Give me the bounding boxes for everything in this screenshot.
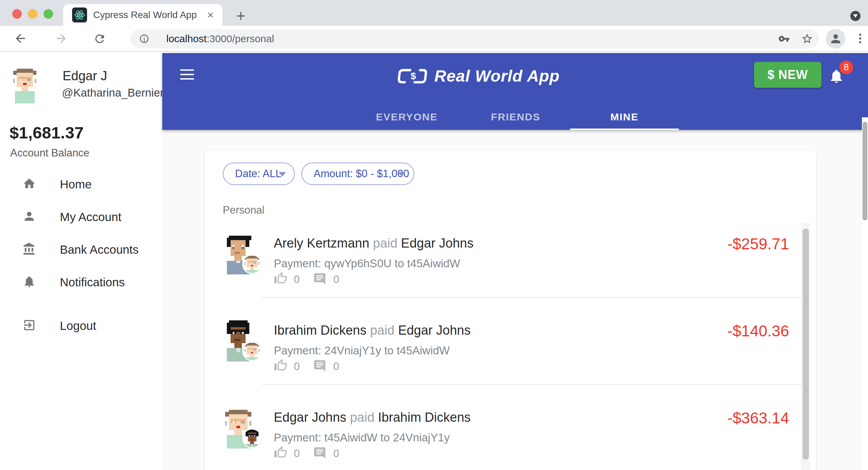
page-scrollbar-thumb[interactable] bbox=[863, 122, 867, 220]
transaction-row[interactable]: Ibrahim Dickens paid Edgar Johns Payment… bbox=[205, 312, 801, 385]
comment-count: 0 bbox=[333, 448, 339, 460]
bell-icon bbox=[22, 275, 36, 288]
logout-icon bbox=[22, 318, 36, 332]
browser-profile-avatar[interactable] bbox=[826, 29, 846, 49]
window-close-button[interactable] bbox=[12, 9, 22, 19]
account-balance-value: $1,681.37 bbox=[10, 123, 84, 142]
transaction-row[interactable]: Arely Kertzmann paid Edgar Johns Payment… bbox=[205, 224, 801, 298]
person-icon bbox=[22, 209, 36, 223]
window-minimize-button[interactable] bbox=[28, 9, 37, 19]
amount-filter-label: Amount: $0 - $1,000 bbox=[314, 163, 409, 184]
chevron-down-icon bbox=[853, 14, 858, 18]
site-info-icon[interactable] bbox=[139, 34, 149, 44]
date-filter-label: Date: ALL bbox=[235, 163, 281, 184]
transaction-amount: -$140.36 bbox=[677, 322, 789, 340]
sidebar-item-logout[interactable]: Logout bbox=[0, 318, 162, 346]
active-tab-indicator bbox=[570, 129, 679, 130]
tab-friends[interactable]: FRIENDS bbox=[461, 106, 570, 128]
browser-toolbar: localhost:3000/personal bbox=[0, 26, 868, 52]
transaction-description: Payment: t45AiwidW to 24VniajY1y bbox=[274, 431, 450, 444]
transaction-description: Payment: qywYp6hS0U to t45AiwidW bbox=[274, 257, 460, 270]
person-icon bbox=[829, 32, 842, 46]
like-count: 0 bbox=[294, 273, 300, 286]
address-bar[interactable]: localhost:3000/personal bbox=[130, 29, 819, 48]
new-transaction-button[interactable]: $ NEW bbox=[754, 62, 821, 88]
receiver-avatar[interactable] bbox=[242, 341, 262, 361]
tab-title: Cypress Real World App bbox=[93, 4, 197, 26]
row-divider bbox=[262, 297, 801, 298]
reload-button[interactable] bbox=[93, 32, 106, 45]
comment-button-icon[interactable] bbox=[313, 446, 327, 460]
transaction-title: Ibrahim Dickens paid Edgar Johns bbox=[274, 323, 471, 338]
url-path: :3000/personal bbox=[206, 33, 274, 44]
sidebar-item-label: Bank Accounts bbox=[60, 243, 139, 256]
chevron-down-icon bbox=[279, 172, 286, 177]
forward-button[interactable] bbox=[54, 32, 68, 45]
transactions-group-label: Personal bbox=[223, 204, 264, 216]
list-scrollbar-thumb[interactable] bbox=[803, 229, 809, 460]
new-tab-button[interactable] bbox=[234, 9, 248, 23]
url-host: localhost bbox=[166, 33, 206, 44]
comment-button-icon[interactable] bbox=[313, 272, 327, 286]
tab-mine[interactable]: MINE bbox=[570, 106, 679, 128]
sidebar-item-bank-accounts[interactable]: Bank Accounts bbox=[0, 242, 162, 269]
tab-everyone[interactable]: EVERYONE bbox=[352, 106, 461, 128]
like-button-icon[interactable] bbox=[274, 271, 287, 285]
comment-count: 0 bbox=[333, 360, 339, 373]
like-button-icon[interactable] bbox=[274, 446, 287, 459]
sidebar: Edgar J @Katharina_Bernier $1,681.37 Acc… bbox=[0, 53, 162, 470]
comment-count: 0 bbox=[333, 273, 339, 286]
transaction-amount: -$259.71 bbox=[677, 235, 789, 253]
back-button[interactable] bbox=[14, 32, 27, 45]
transaction-title: Arely Kertzmann paid Edgar Johns bbox=[274, 236, 473, 251]
window-zoom-button[interactable] bbox=[44, 9, 53, 19]
account-balance-label: Account Balance bbox=[10, 147, 89, 159]
sidebar-item-my-account[interactable]: My Account bbox=[0, 209, 162, 237]
user-name: Edgar J bbox=[63, 69, 107, 83]
bank-icon bbox=[22, 242, 36, 256]
user-avatar bbox=[12, 67, 38, 103]
amount-filter-chip[interactable]: Amount: $0 - $1,000 bbox=[301, 163, 414, 185]
url-text[interactable]: localhost:3000/personal bbox=[166, 29, 274, 48]
user-handle: @Katharina_Bernier bbox=[62, 86, 164, 99]
comment-button-icon[interactable] bbox=[313, 359, 327, 373]
sidebar-item-label: Home bbox=[60, 178, 91, 191]
browser-tab-strip: Cypress Real World App bbox=[0, 0, 868, 26]
svg-text:$: $ bbox=[411, 70, 416, 81]
row-divider bbox=[262, 384, 801, 385]
sidebar-item-notifications[interactable]: Notifications bbox=[0, 275, 162, 302]
sidebar-item-home[interactable]: Home bbox=[0, 177, 162, 204]
transaction-description: Payment: 24VniajY1y to t45AiwidW bbox=[274, 344, 450, 357]
home-icon bbox=[22, 177, 36, 190]
tab-search-button[interactable] bbox=[850, 11, 861, 21]
date-filter-chip[interactable]: Date: ALL bbox=[223, 163, 295, 185]
sidebar-item-label: My Account bbox=[60, 210, 121, 224]
like-count: 0 bbox=[294, 448, 300, 460]
transaction-title: Edgar Johns paid Ibrahim Dickens bbox=[274, 410, 471, 425]
notification-count-badge: 8 bbox=[839, 61, 853, 74]
password-key-icon[interactable] bbox=[778, 33, 790, 45]
transaction-row[interactable]: Edgar Johns paid Ibrahim Dickens Payment… bbox=[205, 399, 801, 470]
react-favicon-icon bbox=[72, 7, 87, 22]
app-header: $ Real World App EVERYONE FRIENDS MINE $… bbox=[162, 53, 868, 130]
hamburger-menu-button[interactable] bbox=[180, 69, 194, 81]
browser-menu-icon[interactable] bbox=[854, 32, 867, 45]
app-title: Real World App bbox=[434, 67, 560, 85]
bookmark-star-icon[interactable] bbox=[801, 33, 813, 45]
transaction-amount: -$363.14 bbox=[677, 409, 789, 427]
receiver-avatar[interactable] bbox=[242, 254, 262, 274]
like-button-icon[interactable] bbox=[274, 358, 287, 372]
chevron-down-icon bbox=[398, 172, 405, 177]
app-logo-icon: $ bbox=[397, 67, 428, 85]
receiver-avatar[interactable] bbox=[242, 429, 262, 448]
sidebar-item-label: Logout bbox=[60, 319, 96, 333]
browser-tab[interactable]: Cypress Real World App bbox=[63, 4, 222, 26]
like-count: 0 bbox=[294, 360, 300, 373]
sidebar-item-label: Notifications bbox=[60, 275, 125, 289]
tab-close-icon[interactable] bbox=[206, 11, 215, 19]
